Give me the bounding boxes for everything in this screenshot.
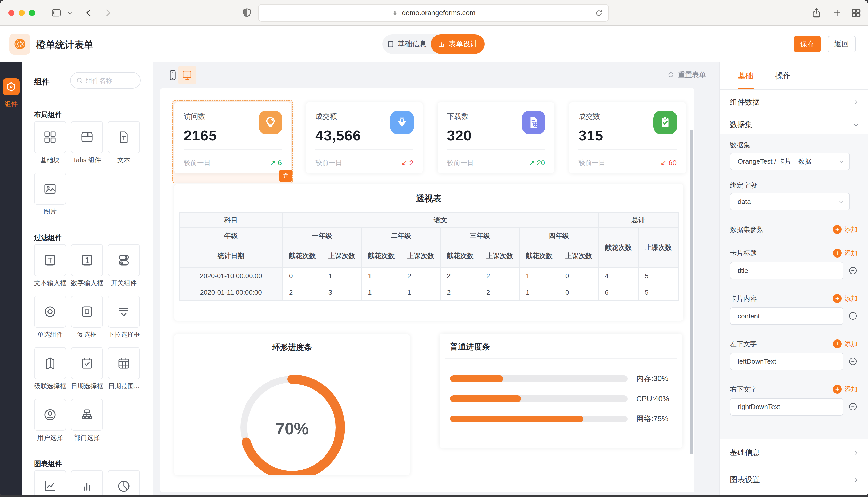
progress-fill [450,395,521,402]
back-button[interactable]: 返回 [828,36,856,52]
share-icon[interactable] [811,7,822,18]
save-button[interactable]: 保存 [794,36,821,52]
url-text: demo.orangeforms.com [402,9,475,17]
url-bar[interactable]: demo.orangeforms.com [258,4,609,22]
component-search[interactable] [70,72,141,89]
component-card-日期选择框[interactable] [71,347,103,379]
traffic-light-close[interactable] [8,10,14,16]
component-card-下拉选择框[interactable] [108,296,140,328]
component-card-文本[interactable] [108,121,140,153]
tab-form-design[interactable]: 表单设计 [431,34,485,54]
tab-basic-info[interactable]: 基础信息 [382,34,431,54]
divider [315,149,413,150]
component-label: 单选组件 [34,330,66,339]
component-item: 文本 [108,121,140,165]
row-basic-info[interactable]: 基础信息 [720,439,868,466]
component-label: 基础块 [34,156,66,165]
progress-bar-row: CPU:40% [450,389,673,409]
field-input-rightDownText[interactable] [730,398,843,415]
chevron-down-icon [838,158,845,165]
remove-field-button[interactable] [848,402,858,412]
component-card-部门选择[interactable] [71,399,103,431]
canvas-scrollbar[interactable] [690,130,693,454]
line-chart-icon [43,479,57,493]
tab-basic[interactable]: 基础 [738,71,753,81]
pivot-table-widget[interactable]: 透视表 科目语文总计年级一年级二年级三年级四年级献花次数上课次数统计日期献花次数… [175,184,683,321]
component-card-line-chart-icon[interactable] [34,470,66,495]
chevron-down-icon[interactable] [67,10,74,17]
component-card-单选组件[interactable] [34,296,66,328]
reset-form-button[interactable]: 重置表单 [667,70,706,80]
text-doc-icon [116,130,131,144]
progress-bar-row: 内存:30% [450,369,673,389]
add-button[interactable]: +添加 [833,225,858,234]
component-card-数字输入框[interactable] [71,244,103,276]
chevron-down-icon [838,198,845,205]
component-card-Tabs 组件[interactable] [71,121,103,153]
pie-chart-icon [116,479,131,493]
select-value[interactable] [730,153,850,170]
component-card-文本输入框[interactable] [34,244,66,276]
component-card-图片[interactable] [34,173,66,205]
reload-icon[interactable] [594,8,604,18]
add-button[interactable]: +添加 [833,385,858,394]
search-input[interactable] [86,76,132,85]
forward-icon[interactable] [102,7,113,18]
ring-progress-widget[interactable]: 环形进度条 70% [175,334,410,475]
select-绑定字段[interactable] [730,193,850,210]
remove-field-button[interactable] [848,356,858,367]
field-input-content[interactable] [730,307,843,325]
stat-card-成交数[interactable]: 成交数 315 较前一日 ↙ 60 [569,102,686,173]
rail-item-components[interactable] [3,79,19,95]
desktop-preview-icon[interactable] [178,66,196,84]
field-input-title[interactable] [730,262,843,280]
field-input-leftDownText[interactable] [730,353,843,370]
component-card-复选框[interactable] [71,296,103,328]
component-item: 级联选择框 [34,347,66,390]
selected-widget-wrapper[interactable]: 访问数 2165 较前一日 ↗ 6 [173,100,293,183]
new-tab-icon[interactable] [831,7,843,18]
form-canvas[interactable]: 访问数 2165 较前一日 ↗ 6 成交额 43,566 较前一日 ↙ 2 下载… [161,88,694,492]
traffic-light-minimize[interactable] [18,10,25,16]
stat-card-下载数[interactable]: 下载数 320 较前一日 ↗ 20 [438,102,554,173]
field-label: 绑定字段 [730,182,858,189]
left-rail: 组件 [0,62,22,495]
row-component-data[interactable]: 组件数据 [720,90,868,115]
rail-item-label: 组件 [0,100,22,109]
sidebar-toggle-icon[interactable] [51,7,62,18]
component-item [34,470,66,495]
row-chart-settings[interactable]: 图表设置 [720,466,868,493]
component-item: 用户选择 [34,399,66,442]
component-card-日期范围...[interactable] [108,347,140,379]
component-card-级联选择框[interactable] [34,347,66,379]
traffic-light-zoom[interactable] [29,10,35,16]
component-label: 日期选择框 [71,382,103,390]
back-icon[interactable] [83,7,94,18]
trend-down-indicator: ↙ 2 [401,158,413,167]
component-card-bar-chart-icon[interactable] [71,470,103,495]
select-value[interactable] [730,193,850,210]
stat-card-成交额[interactable]: 成交额 43,566 较前一日 ↙ 2 [306,102,423,173]
progress-bars-widget[interactable]: 普通进度条 内存:30% CPU:40% 网络:75% [440,333,682,448]
component-item: 文本输入框 [34,244,66,287]
delete-widget-button[interactable] [279,170,292,182]
chevron-right-icon [853,477,859,483]
privacy-shield-icon[interactable] [241,7,252,18]
phone-preview-icon[interactable] [166,69,179,82]
component-card-用户选择[interactable] [34,399,66,431]
add-button[interactable]: +添加 [833,249,858,258]
remove-field-button[interactable] [848,266,858,276]
component-card-基础块[interactable] [34,121,66,153]
component-card-pie-chart-icon[interactable] [108,470,140,495]
stat-card-访问数[interactable]: 访问数 2165 较前一日 ↗ 6 [175,102,291,173]
tab-overview-icon[interactable] [851,7,862,18]
remove-field-button[interactable] [848,311,858,321]
row-dataset[interactable]: 数据集 [720,115,868,134]
add-button[interactable]: +添加 [833,294,858,303]
component-card-开关组件[interactable] [108,244,140,276]
select-数据集[interactable] [730,153,850,170]
divider [578,149,677,150]
component-label: 日期范围... [108,382,140,390]
add-button[interactable]: +添加 [833,340,858,349]
tab-actions[interactable]: 操作 [775,71,791,81]
